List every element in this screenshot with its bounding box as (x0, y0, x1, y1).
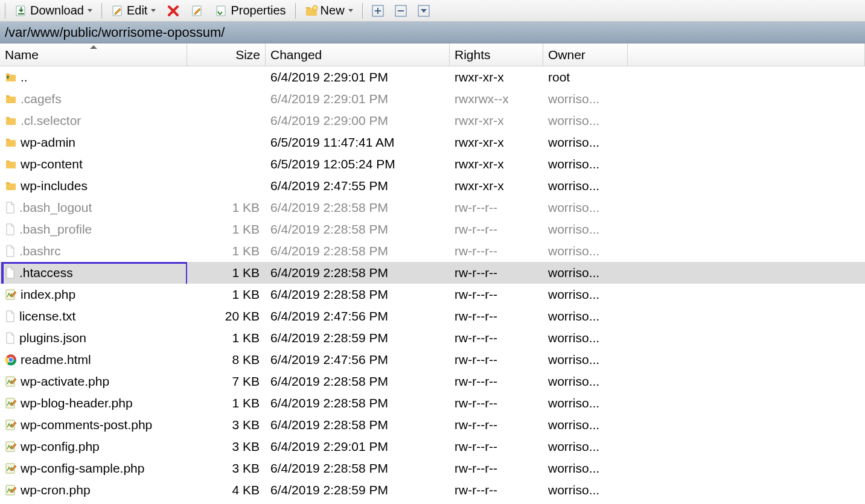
folder-icon (5, 180, 17, 191)
edit-button[interactable]: Edit (107, 2, 160, 19)
cell-size: 7 KB (187, 371, 266, 392)
cell-owner: worriso... (543, 219, 628, 240)
file-icon (5, 310, 16, 322)
svg-marker-11 (6, 74, 10, 75)
cell-spacer (628, 153, 865, 175)
cell-rights: rw-r--r-- (450, 414, 543, 436)
column-header-rights[interactable]: Rights (450, 43, 543, 66)
column-header-changed[interactable]: Changed (266, 43, 450, 66)
folder-icon (5, 137, 17, 148)
cell-name[interactable]: .cl.selector (0, 110, 187, 132)
col-rights-label: Rights (455, 48, 491, 62)
file-name: .htaccess (19, 266, 73, 280)
cell-name[interactable]: wp-content (0, 153, 187, 175)
svg-rect-14 (6, 97, 16, 103)
cell-changed: 6/4/2019 2:29:00 PM (266, 110, 450, 132)
cell-owner: worriso... (543, 132, 628, 153)
file-name: readme.html (21, 352, 91, 367)
cell-spacer (628, 327, 865, 349)
file-name: wp-config.php (21, 439, 100, 454)
column-header-name[interactable]: Name (0, 43, 187, 66)
filter-caret-icon (418, 5, 430, 17)
cell-spacer (628, 392, 865, 414)
cell-rights: rw-r--r-- (450, 349, 543, 371)
file-icon (5, 267, 16, 279)
collapse-button[interactable] (391, 3, 411, 19)
cell-changed: 6/4/2019 2:28:58 PM (266, 219, 450, 240)
php-icon (5, 484, 17, 496)
cell-name[interactable]: wp-activate.php (0, 371, 187, 392)
file-name: .cl.selector (21, 113, 81, 128)
file-grid: Name Size Changed Rights Owner ..6/4/201… (0, 43, 865, 501)
download-button[interactable]: Download (10, 2, 97, 19)
cell-name[interactable]: wp-blog-header.php (0, 392, 187, 414)
edit-icon (111, 4, 124, 18)
cell-owner: worriso... (543, 305, 628, 327)
new-button[interactable]: New (301, 2, 357, 19)
cell-size (187, 110, 266, 132)
cell-name[interactable]: .. (0, 66, 187, 88)
cell-owner: worriso... (543, 414, 628, 436)
file-name: wp-includes (21, 179, 88, 193)
cell-name[interactable]: readme.html (0, 349, 187, 371)
svg-point-26 (9, 358, 13, 362)
svg-rect-22 (6, 183, 16, 190)
column-header-owner[interactable]: Owner (543, 43, 628, 66)
php-icon (5, 375, 17, 388)
cell-owner: worriso... (543, 392, 628, 414)
cell-spacer (628, 371, 865, 392)
cell-rights: rw-r--r-- (450, 479, 543, 501)
col-size-label: Size (235, 48, 260, 62)
download-icon (14, 4, 28, 18)
delete-icon (167, 4, 180, 18)
filter-button[interactable] (413, 3, 434, 19)
svg-point-7 (313, 5, 318, 10)
cell-changed: 6/4/2019 2:29:01 PM (266, 88, 450, 110)
file-icon (5, 202, 16, 214)
edit-file-button[interactable] (187, 2, 208, 19)
cell-changed: 6/5/2019 11:47:41 AM (266, 132, 450, 153)
cell-size: 4 KB (187, 479, 266, 501)
cell-changed: 6/4/2019 2:47:56 PM (266, 349, 450, 371)
cell-owner: worriso... (543, 458, 628, 479)
svg-rect-1 (18, 13, 24, 14)
expand-button[interactable] (368, 3, 388, 19)
column-header-size[interactable]: Size (187, 43, 266, 66)
path-bar[interactable]: /var/www/public/worrisome-opossum/ (0, 22, 865, 43)
cell-name[interactable]: .bash_profile (0, 219, 187, 240)
minus-icon (395, 5, 407, 17)
dropdown-caret-icon (151, 9, 156, 12)
file-icon (5, 332, 16, 344)
cell-name[interactable]: license.txt (0, 305, 187, 327)
cell-spacer (628, 262, 865, 284)
cell-owner: worriso... (543, 284, 628, 305)
delete-button[interactable] (162, 2, 184, 19)
cell-name[interactable]: wp-admin (0, 132, 187, 153)
cell-name[interactable]: .bash_logout (0, 197, 187, 219)
properties-button[interactable]: Properties (211, 2, 290, 19)
cell-name[interactable]: .bashrc (0, 240, 187, 262)
file-name: license.txt (19, 309, 75, 324)
cell-changed: 6/4/2019 2:28:59 PM (266, 327, 450, 349)
cell-name[interactable]: index.php (0, 284, 187, 305)
cell-name[interactable]: wp-cron.php (0, 479, 187, 501)
cell-changed: 6/4/2019 2:47:55 PM (266, 175, 450, 197)
cell-name[interactable]: wp-includes (0, 175, 187, 197)
cell-spacer (628, 458, 865, 479)
cell-name[interactable]: wp-config-sample.php (0, 458, 187, 479)
svg-rect-20 (6, 162, 16, 168)
cell-name[interactable]: wp-comments-post.php (0, 414, 187, 436)
cell-owner: root (543, 66, 628, 88)
download-label: Download (30, 4, 84, 18)
cell-name[interactable]: .htaccess (0, 262, 187, 284)
cell-rights: rwxr-xr-x (450, 153, 543, 175)
cell-rights: rw-r--r-- (450, 240, 543, 262)
cell-name[interactable]: .cagefs (0, 88, 187, 110)
col-changed-label: Changed (270, 48, 322, 62)
cell-spacer (628, 175, 865, 197)
cell-changed: 6/4/2019 2:29:01 PM (266, 66, 450, 88)
cell-name[interactable]: wp-config.php (0, 436, 187, 458)
cell-size: 8 KB (187, 349, 266, 371)
cell-name[interactable]: plugins.json (0, 327, 187, 349)
cell-owner: worriso... (543, 349, 628, 371)
